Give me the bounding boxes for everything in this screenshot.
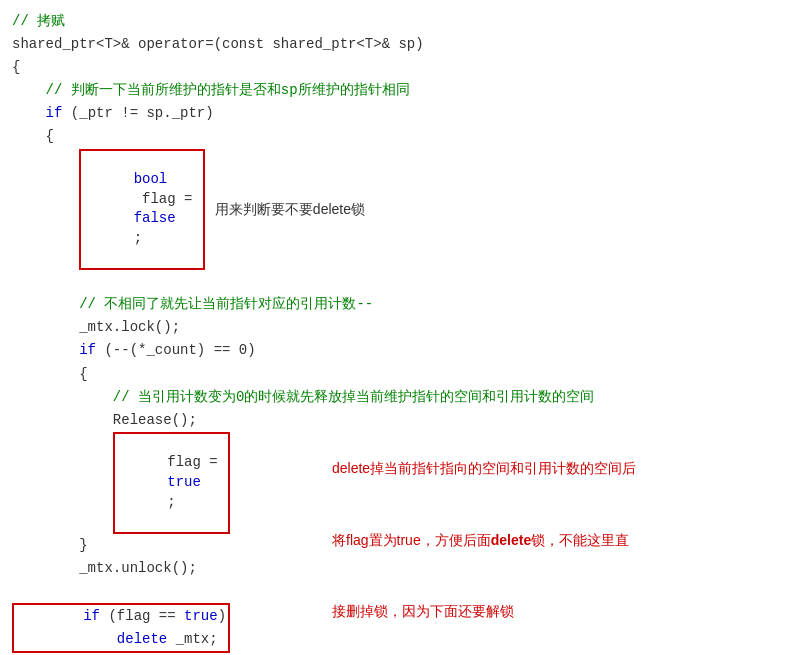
code-line-9: // 不相同了就先让当前指针对应的引用计数-- xyxy=(12,293,793,316)
code-line-7: bool flag = false ; 用来判断要不要delete锁 xyxy=(12,149,793,271)
code-container: // 拷赋 shared_ptr<T>& operator=(const sha… xyxy=(0,0,805,655)
code-line-1: // 拷赋 xyxy=(12,10,793,33)
code-line-4: // 判断一下当前所维护的指针是否和sp所维护的指针相同 xyxy=(12,79,793,102)
code-line-11: if (--(*_count) == 0) xyxy=(12,339,793,362)
block-annotation-delete: delete掉当前指针指向的空间和引用计数的空间后 将flag置为true，方便… xyxy=(332,410,636,655)
highlight-flag-true: flag = true ; xyxy=(113,432,230,534)
annotation-flag: 用来判断要不要delete锁 xyxy=(215,198,365,221)
highlight-flag-false: bool flag = false ; xyxy=(79,149,205,271)
code-line-5: if (_ptr != sp._ptr) xyxy=(12,102,793,125)
code-line-10: _mtx.lock(); xyxy=(12,316,793,339)
code-line-3: { xyxy=(12,56,793,79)
code-line-8 xyxy=(12,270,793,293)
code-line-13: // 当引用计数变为0的时候就先释放掉当前维护指针的空间和引用计数的空间 xyxy=(12,386,793,409)
code-line-15: flag = true ; delete掉当前指针指向的空间和引用计数的空间后 … xyxy=(12,432,793,534)
code-text-2: shared_ptr<T>& operator=(const shared_pt… xyxy=(12,33,424,56)
highlight-if-delete: if (flag == true ) delete _mtx; xyxy=(12,603,230,653)
code-line-6: { xyxy=(12,125,793,148)
code-line-2: shared_ptr<T>& operator=(const shared_pt… xyxy=(12,33,793,56)
code-line-12: { xyxy=(12,363,793,386)
comment-1: // 拷赋 xyxy=(12,10,65,33)
